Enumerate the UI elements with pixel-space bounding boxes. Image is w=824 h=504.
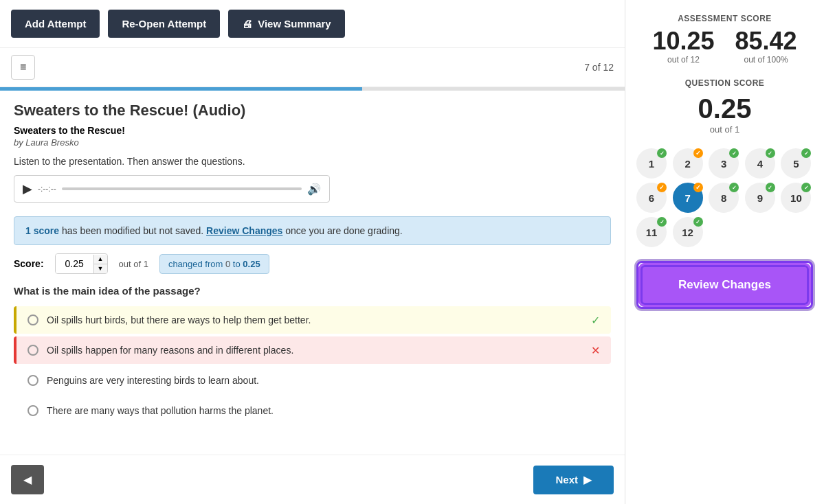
next-label: Next <box>555 474 578 485</box>
status-dot-8: ✓ <box>729 183 739 192</box>
answer-text-3: Penguins are very interesting birds to l… <box>47 375 600 386</box>
status-dot-4: ✓ <box>766 148 775 158</box>
status-dot-3: ✓ <box>729 148 739 158</box>
question-number-label-11: 11 <box>646 227 658 238</box>
question-number-8[interactable]: 8✓ <box>709 183 739 213</box>
question-score-value: 0.25 <box>636 93 813 124</box>
answer-text-4: There are many ways that pollution harms… <box>47 405 600 416</box>
review-changes-btn-wrapper: Review Changes <box>636 261 813 309</box>
score-input[interactable] <box>56 254 93 273</box>
question-number-3[interactable]: 3✓ <box>709 148 739 179</box>
assessment-score-2-out-of: out of 100% <box>735 55 797 65</box>
assessment-score-label: ASSESSMENT SCORE <box>636 14 813 23</box>
next-button[interactable]: Next ▶ <box>533 466 614 494</box>
answer-text-1: Oil spills hurt birds, but there are way… <box>47 314 600 325</box>
question-number-2[interactable]: 2✓ <box>673 148 703 179</box>
view-summary-button[interactable]: 🖨 View Summary <box>228 10 344 38</box>
score-input-wrapper: ▲ ▼ <box>55 253 108 274</box>
correct-icon-1: ✓ <box>591 314 600 327</box>
notification-score-text: 1 score <box>25 225 59 236</box>
answer-choice-3[interactable]: Penguins are very interesting birds to l… <box>14 367 611 394</box>
score-decrement-button[interactable]: ▼ <box>94 264 107 273</box>
question-number-12[interactable]: 12✓ <box>673 217 703 247</box>
status-dot-11: ✓ <box>657 217 667 227</box>
question-number-4[interactable]: 4✓ <box>745 148 775 179</box>
question-number-label-12: 12 <box>682 227 693 238</box>
notification-after-link: once you are done grading. <box>285 225 402 236</box>
question-score-label: QUESTION SCORE <box>636 78 813 88</box>
menu-button[interactable]: ≡ <box>11 55 35 80</box>
add-attempt-button[interactable]: Add Attempt <box>11 10 100 38</box>
status-dot-5: ✓ <box>801 148 811 158</box>
assessment-score-pair: 10.25 out of 12 85.42 out of 100% <box>636 29 813 65</box>
answer-choices-container: Oil spills hurt birds, but there are way… <box>14 306 611 424</box>
score-row: Score: ▲ ▼ out of 1 changed from 0 to 0.… <box>14 253 611 274</box>
question-number-6[interactable]: 6✓ <box>636 183 667 213</box>
answer-radio-4 <box>27 405 38 416</box>
question-number-10[interactable]: 10✓ <box>781 183 811 213</box>
score-label: Score: <box>14 258 44 269</box>
question-number-5[interactable]: 5✓ <box>781 148 811 179</box>
review-changes-button[interactable]: Review Changes <box>641 265 809 305</box>
assessment-score-2: 85.42 out of 100% <box>735 29 797 65</box>
assessment-score-section: ASSESSMENT SCORE 10.25 out of 12 85.42 o… <box>636 14 813 65</box>
changed-prefix: changed from <box>168 259 225 269</box>
incorrect-icon-2: ✕ <box>591 344 600 357</box>
sidebar: ASSESSMENT SCORE 10.25 out of 12 85.42 o… <box>625 0 824 504</box>
passage-area: Sweaters to the Rescue! (Audio) Sweaters… <box>0 91 625 438</box>
question-number-label-1: 1 <box>649 158 654 170</box>
answer-choice-4[interactable]: There are many ways that pollution harms… <box>14 397 611 424</box>
question-number-label-5: 5 <box>793 158 799 170</box>
assessment-score-1: 10.25 out of 12 <box>652 29 714 65</box>
content-area: ≡ 7 of 12 Sweaters to the Rescue! (Audio… <box>0 48 625 455</box>
volume-icon[interactable]: 🔊 <box>307 183 321 196</box>
question-number-1[interactable]: 1✓ <box>636 148 667 179</box>
question-number-7[interactable]: 7✓ <box>673 183 703 213</box>
changed-to-text: to <box>233 259 243 269</box>
next-icon: ▶ <box>583 474 592 486</box>
question-score-out-of: out of 1 <box>636 124 813 135</box>
number-grid: 1✓2✓3✓4✓5✓6✓7✓8✓9✓10✓11✓12✓ <box>636 148 813 247</box>
passage-subtitle: Sweaters to the Rescue! <box>14 125 611 136</box>
score-increment-button[interactable]: ▲ <box>94 255 107 264</box>
answer-radio-1 <box>27 314 38 325</box>
question-number-label-4: 4 <box>757 158 763 170</box>
changed-from: 0 <box>225 259 230 269</box>
prev-button[interactable]: ◀ <box>11 465 44 494</box>
view-summary-label: View Summary <box>258 18 331 30</box>
question-number-label-8: 8 <box>721 192 726 204</box>
status-dot-2: ✓ <box>693 148 703 158</box>
question-number-label-9: 9 <box>757 192 763 204</box>
answer-choice-1[interactable]: Oil spills hurt birds, but there are way… <box>14 306 611 334</box>
status-dot-9: ✓ <box>766 183 775 192</box>
answer-choice-2[interactable]: Oil spills happen for many reasons and i… <box>14 336 611 364</box>
passage-author: by Laura Bresko <box>14 137 611 148</box>
question-score-section: QUESTION SCORE 0.25 out of 1 <box>636 78 813 135</box>
assessment-score-1-value: 10.25 <box>652 29 714 54</box>
question-number-label-2: 2 <box>684 158 690 170</box>
notification-review-link[interactable]: Review Changes <box>206 225 282 236</box>
answer-text-2: Oil spills happen for many reasons and i… <box>47 345 600 356</box>
question-number-11[interactable]: 11✓ <box>636 217 667 247</box>
status-dot-7: ✓ <box>693 183 703 192</box>
changed-to: 0.25 <box>243 259 260 269</box>
notification-message: has been modified but not saved. <box>62 225 206 236</box>
audio-time: -:--:-- <box>38 184 56 194</box>
status-dot-12: ✓ <box>693 217 703 227</box>
audio-play-button[interactable]: ▶ <box>23 181 32 196</box>
page-indicator: 7 of 12 <box>584 62 614 73</box>
answer-radio-2 <box>27 345 38 356</box>
audio-player: ▶ -:--:-- 🔊 <box>14 175 330 203</box>
status-dot-6: ✓ <box>657 183 667 192</box>
reopen-attempt-button[interactable]: Re-Open Attempt <box>108 10 220 38</box>
assessment-score-1-out-of: out of 12 <box>652 55 714 65</box>
audio-progress-bar[interactable] <box>62 187 302 190</box>
assessment-score-2-value: 85.42 <box>735 29 797 54</box>
nav-bar: ≡ 7 of 12 <box>0 48 625 87</box>
bottom-nav: ◀ Next ▶ <box>0 455 625 504</box>
question-number-label-6: 6 <box>649 192 654 204</box>
changed-badge: changed from 0 to 0.25 <box>159 254 269 274</box>
question-text: What is the main idea of the passage? <box>14 285 611 297</box>
question-number-9[interactable]: 9✓ <box>745 183 775 213</box>
score-spinners: ▲ ▼ <box>93 255 107 273</box>
